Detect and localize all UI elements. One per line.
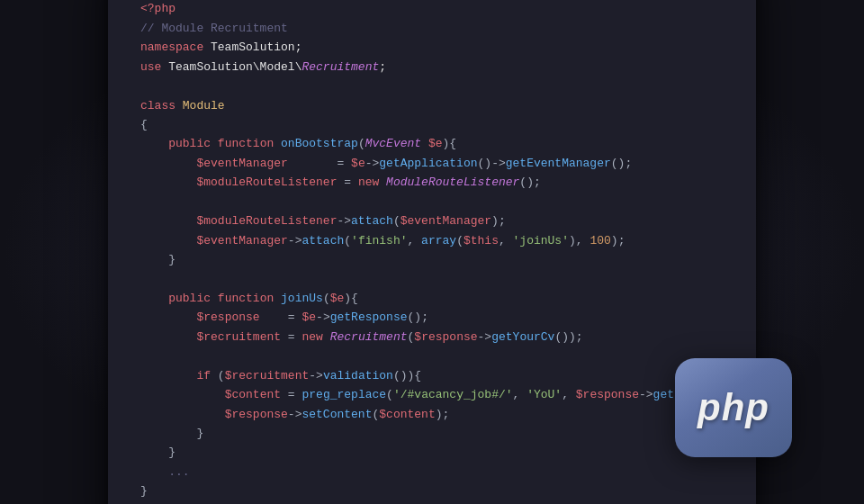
php-logo-wrapper: php [675, 358, 792, 457]
new-keyword-2: new [302, 330, 322, 344]
class-keyword: class [140, 99, 176, 112]
php-open-tag: <?php [140, 2, 176, 15]
ellipsis-comment: ... [168, 465, 189, 479]
namespace-keyword: namespace [140, 40, 203, 54]
validation-method: validation [323, 369, 393, 382]
code-block: <?php // Module Recruitment namespace Te… [140, 0, 724, 504]
func2-close-brace: } [168, 446, 176, 459]
moduleroutelistener-class: ModuleRouteListener [386, 176, 519, 189]
if-keyword: if [196, 369, 211, 382]
response-var-4: $response [225, 408, 288, 421]
comment-module: // Module Recruitment [140, 22, 288, 35]
class-open-brace: { [140, 118, 148, 131]
joinus-func: joinUs [281, 292, 323, 305]
eventmanager-var-3: $eventManager [196, 234, 287, 248]
eventmanager-var-2: $eventManager [400, 214, 491, 228]
use-keyword: use [140, 60, 161, 74]
php-logo-text: php [698, 386, 770, 429]
e-var-1: $e [421, 137, 442, 150]
preg-replace-func: preg_replace [302, 388, 386, 401]
php-logo: php [675, 358, 792, 457]
new-keyword-1: new [358, 176, 379, 189]
class-close-brace: } [140, 484, 148, 498]
finish-string: 'finish' [351, 234, 407, 248]
number-100: 100 [590, 234, 610, 248]
screenshot-container: <?php // Module Recruitment namespace Te… [0, 0, 864, 504]
mvcevent-class: MvcEvent [365, 137, 421, 150]
array-func: array [421, 234, 456, 248]
response-var: $response [196, 310, 259, 324]
public-keyword-1: public function [168, 137, 274, 150]
getyourcv-method: getYourCv [491, 330, 554, 344]
e-var-2: $e [351, 157, 365, 170]
content-var: $content [225, 388, 281, 401]
geteventmanager-method: getEventManager [506, 157, 611, 170]
recruitment-var: $recruitment [196, 330, 281, 344]
you-string: 'YoU' [526, 388, 562, 401]
response-var-3: $response [576, 388, 639, 401]
attach-method-1: attach [351, 214, 393, 228]
setcontent-method: setContent [302, 408, 372, 421]
if-close-brace: } [196, 427, 203, 440]
response-var-2: $response [414, 330, 477, 344]
recruitment-class: Recruitment [330, 330, 408, 344]
joinus-string: 'joinUs' [513, 234, 569, 248]
recruitment-var-2: $recruitment [225, 369, 310, 382]
e-var-4: $e [302, 310, 316, 324]
namespace-name: TeamSolution; [203, 40, 302, 54]
eventmanager-var: $eventManager [196, 157, 287, 170]
content-var-2: $content [379, 408, 435, 421]
e-var-3: $e [330, 292, 345, 305]
getapplication-method: getApplication [379, 157, 477, 170]
use-path: TeamSolution\Model\ [161, 60, 302, 74]
onbootstrap-func: onBootstrap [281, 137, 358, 150]
getresponse-method: getResponse [330, 310, 408, 324]
class-name: Module [176, 99, 225, 112]
func1-close-brace: } [168, 253, 176, 266]
this-var: $this [464, 234, 499, 248]
code-card: <?php // Module Recruitment namespace Te… [108, 0, 756, 504]
use-class: Recruitment [302, 60, 379, 74]
vacancy-string: '/#vacancy_job#/' [393, 388, 513, 401]
module-route-var-2: $moduleRouteListener [196, 214, 337, 228]
public-keyword-2: public function [168, 292, 274, 305]
moduleroutelistener-var: $moduleRouteListener [196, 176, 337, 189]
attach-method-2: attach [302, 234, 344, 248]
